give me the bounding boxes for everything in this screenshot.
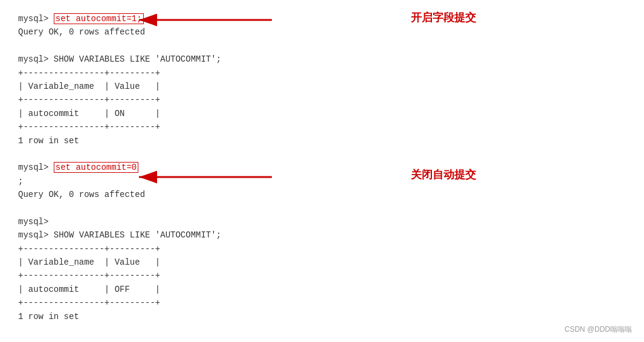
main-content: mysql> set autocommit=1; Query OK, 0 row… (0, 0, 644, 335)
block1-line4: mysql> SHOW VARIABLES LIKE 'AUTOCOMMIT'; (18, 53, 626, 66)
cmd1-highlighted: set autocommit=1; (54, 13, 144, 24)
block2-line5: mysql> SHOW VARIABLES LIKE 'AUTOCOMMIT'; (18, 228, 626, 242)
block2-line1: mysql> set autocommit=0 (18, 161, 626, 174)
block2-line7: | Variable_name | Value | (18, 256, 626, 269)
block2-line4: mysql> (18, 215, 626, 228)
block2-line11: 1 row in set (18, 310, 626, 323)
annotation-open-autocommit: 开启字段提交 (411, 9, 476, 27)
block2-line10: +----------------+---------+ (18, 296, 626, 309)
cmd2-highlighted: set autocommit=0 (54, 162, 138, 173)
block1-line6: | Variable_name | Value | (18, 80, 626, 93)
prompt2: mysql> (18, 163, 54, 172)
block1-line5: +----------------+---------+ (18, 66, 626, 80)
block1-line2: Query OK, 0 rows affected (18, 25, 626, 39)
block1-line8: | autocommit | ON | (18, 107, 626, 120)
block1-line1: mysql> set autocommit=1; (18, 12, 626, 25)
block1-line7: +----------------+---------+ (18, 93, 626, 106)
block2-line9: | autocommit | OFF | (18, 283, 626, 296)
block2-line8: +----------------+---------+ (18, 269, 626, 282)
block2-line6: +----------------+---------+ (18, 242, 626, 256)
arrow1 (133, 5, 278, 35)
terminal-block-2: mysql> set autocommit=0 ; Query OK, 0 ro… (18, 161, 626, 323)
annotation-close-autocommit: 关闭自动提交 (411, 166, 476, 184)
block2-semicolon: ; (18, 175, 626, 188)
prompt1: mysql> (18, 14, 54, 24)
terminal-block-1: mysql> set autocommit=1; Query OK, 0 row… (18, 12, 626, 147)
block1-line10: 1 row in set (18, 134, 626, 147)
block2-line2: Query OK, 0 rows affected (18, 188, 626, 201)
arrow2 (133, 162, 278, 192)
block1-line9: +----------------+---------+ (18, 120, 626, 134)
watermark: CSDN @DDD嗡嗡嗡 (564, 324, 632, 335)
